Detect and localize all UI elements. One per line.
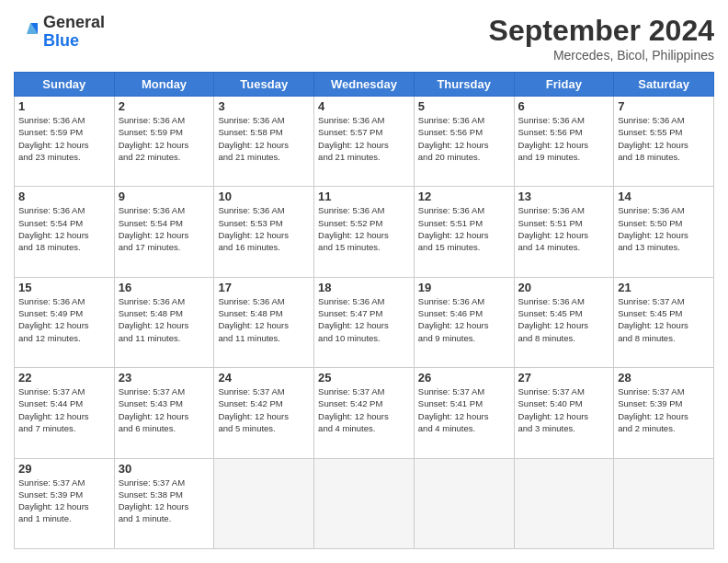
calendar-cell: 16Sunrise: 5:36 AMSunset: 5:48 PMDayligh… xyxy=(114,277,214,367)
cell-info-line: Sunset: 5:46 PM xyxy=(418,307,510,319)
cell-info-line: and 8 minutes. xyxy=(618,332,710,344)
day-number: 23 xyxy=(119,371,210,385)
calendar-cell: 23Sunrise: 5:37 AMSunset: 5:43 PMDayligh… xyxy=(114,368,214,458)
logo-blue: Blue xyxy=(43,31,79,50)
cell-info-line: Sunrise: 5:36 AM xyxy=(18,295,110,307)
cell-info-line: and 9 minutes. xyxy=(418,332,510,344)
cell-info-line: Sunset: 5:52 PM xyxy=(318,217,410,229)
day-number: 5 xyxy=(418,99,510,113)
cell-info-line: and 7 minutes. xyxy=(18,422,110,434)
cell-info-line: and 4 minutes. xyxy=(318,422,410,434)
calendar-cell: 11Sunrise: 5:36 AMSunset: 5:52 PMDayligh… xyxy=(314,187,415,277)
cell-info-line: Sunrise: 5:37 AM xyxy=(618,385,710,397)
cell-info-line: Sunset: 5:56 PM xyxy=(518,126,610,138)
calendar-cell: 19Sunrise: 5:36 AMSunset: 5:46 PMDayligh… xyxy=(414,277,514,367)
day-number: 3 xyxy=(218,99,310,113)
calendar-cell: 3Sunrise: 5:36 AMSunset: 5:58 PMDaylight… xyxy=(214,97,314,187)
day-number: 26 xyxy=(418,371,510,385)
day-number: 15 xyxy=(18,281,110,294)
cell-info-line: and 11 minutes. xyxy=(218,332,310,344)
cell-info-line: Daylight: 12 hours xyxy=(318,229,410,241)
day-number: 1 xyxy=(18,99,110,113)
day-number: 13 xyxy=(518,190,610,203)
day-number: 27 xyxy=(518,371,610,385)
cell-info-line: Sunset: 5:42 PM xyxy=(218,397,310,409)
cell-info-line: Sunset: 5:44 PM xyxy=(18,397,110,409)
cell-info-line: Daylight: 12 hours xyxy=(119,139,210,151)
logo-text: General Blue xyxy=(43,14,105,51)
calendar-cell: 24Sunrise: 5:37 AMSunset: 5:42 PMDayligh… xyxy=(214,368,314,458)
calendar-cell: 22Sunrise: 5:37 AMSunset: 5:44 PMDayligh… xyxy=(15,368,115,458)
cell-info-line: Daylight: 12 hours xyxy=(618,229,710,241)
cell-info-line: Daylight: 12 hours xyxy=(518,410,610,422)
col-header-sunday: Sunday xyxy=(15,73,115,97)
cell-info-line: Sunrise: 5:37 AM xyxy=(418,385,510,397)
cell-info-line: Sunrise: 5:36 AM xyxy=(318,204,410,216)
day-number: 10 xyxy=(218,190,310,203)
cell-info-line: Daylight: 12 hours xyxy=(18,500,110,512)
cell-info-line: Sunset: 5:50 PM xyxy=(618,217,710,229)
day-number: 8 xyxy=(18,190,110,203)
calendar-cell: 6Sunrise: 5:36 AMSunset: 5:56 PMDaylight… xyxy=(514,97,614,187)
day-number: 9 xyxy=(119,190,210,203)
cell-info-line: and 20 minutes. xyxy=(418,151,510,163)
cell-info-line: Daylight: 12 hours xyxy=(418,410,510,422)
day-number: 17 xyxy=(218,281,310,294)
cell-info-line: Sunset: 5:59 PM xyxy=(18,126,110,138)
cell-info-line: and 11 minutes. xyxy=(119,332,210,344)
cell-info-line: Daylight: 12 hours xyxy=(318,139,410,151)
calendar-cell: 8Sunrise: 5:36 AMSunset: 5:54 PMDaylight… xyxy=(15,187,115,277)
cell-info-line: Sunrise: 5:37 AM xyxy=(218,385,310,397)
day-number: 18 xyxy=(318,281,410,294)
cell-info-line: Sunset: 5:58 PM xyxy=(218,126,310,138)
cell-info-line: Sunrise: 5:37 AM xyxy=(119,477,210,488)
cell-info-line: Daylight: 12 hours xyxy=(18,319,110,331)
title-block: September 2024 Mercedes, Bicol, Philippi… xyxy=(489,14,714,63)
day-number: 14 xyxy=(618,190,710,203)
cell-info-line: Sunrise: 5:36 AM xyxy=(418,114,510,126)
calendar-cell: 29Sunrise: 5:37 AMSunset: 5:39 PMDayligh… xyxy=(15,458,115,548)
cell-info-line: Sunrise: 5:37 AM xyxy=(618,295,710,307)
cell-info-line: Daylight: 12 hours xyxy=(18,229,110,241)
cell-info-line: Sunset: 5:51 PM xyxy=(418,217,510,229)
cell-info-line: Sunrise: 5:36 AM xyxy=(119,204,210,216)
cell-info-line: and 2 minutes. xyxy=(618,422,710,434)
cell-info-line: Sunrise: 5:36 AM xyxy=(518,114,610,126)
col-header-tuesday: Tuesday xyxy=(214,73,314,97)
cell-info-line: Daylight: 12 hours xyxy=(618,410,710,422)
calendar-cell: 1Sunrise: 5:36 AMSunset: 5:59 PMDaylight… xyxy=(15,97,115,187)
cell-info-line: and 17 minutes. xyxy=(119,241,210,253)
day-number: 24 xyxy=(218,371,310,385)
cell-info-line: Sunset: 5:47 PM xyxy=(318,307,410,319)
logo: General Blue xyxy=(14,14,105,51)
cell-info-line: Sunset: 5:54 PM xyxy=(18,217,110,229)
day-number: 7 xyxy=(618,99,710,113)
calendar-week-row: 15Sunrise: 5:36 AMSunset: 5:49 PMDayligh… xyxy=(15,277,714,367)
cell-info-line: Sunrise: 5:36 AM xyxy=(618,114,710,126)
cell-info-line: Sunrise: 5:37 AM xyxy=(518,385,610,397)
cell-info-line: Daylight: 12 hours xyxy=(18,410,110,422)
cell-info-line: Sunset: 5:45 PM xyxy=(618,307,710,319)
cell-info-line: Sunrise: 5:37 AM xyxy=(18,385,110,397)
cell-info-line: Sunset: 5:38 PM xyxy=(119,488,210,500)
calendar-cell xyxy=(514,458,614,548)
day-number: 20 xyxy=(518,281,610,294)
cell-info-line: and 10 minutes. xyxy=(318,332,410,344)
cell-info-line: and 21 minutes. xyxy=(218,151,310,163)
calendar-table: SundayMondayTuesdayWednesdayThursdayFrid… xyxy=(14,72,714,549)
cell-info-line: Daylight: 12 hours xyxy=(218,410,310,422)
cell-info-line: Sunset: 5:42 PM xyxy=(318,397,410,409)
cell-info-line: Sunset: 5:39 PM xyxy=(618,397,710,409)
cell-info-line: Sunset: 5:49 PM xyxy=(18,307,110,319)
day-number: 11 xyxy=(318,190,410,203)
cell-info-line: and 5 minutes. xyxy=(218,422,310,434)
cell-info-line: Daylight: 12 hours xyxy=(318,319,410,331)
cell-info-line: Sunrise: 5:36 AM xyxy=(119,114,210,126)
calendar-cell xyxy=(214,458,314,548)
logo-icon xyxy=(14,19,40,45)
cell-info-line: Daylight: 12 hours xyxy=(119,500,210,512)
cell-info-line: Sunrise: 5:36 AM xyxy=(218,204,310,216)
calendar-cell: 25Sunrise: 5:37 AMSunset: 5:42 PMDayligh… xyxy=(314,368,415,458)
cell-info-line: and 13 minutes. xyxy=(618,241,710,253)
cell-info-line: Daylight: 12 hours xyxy=(218,229,310,241)
